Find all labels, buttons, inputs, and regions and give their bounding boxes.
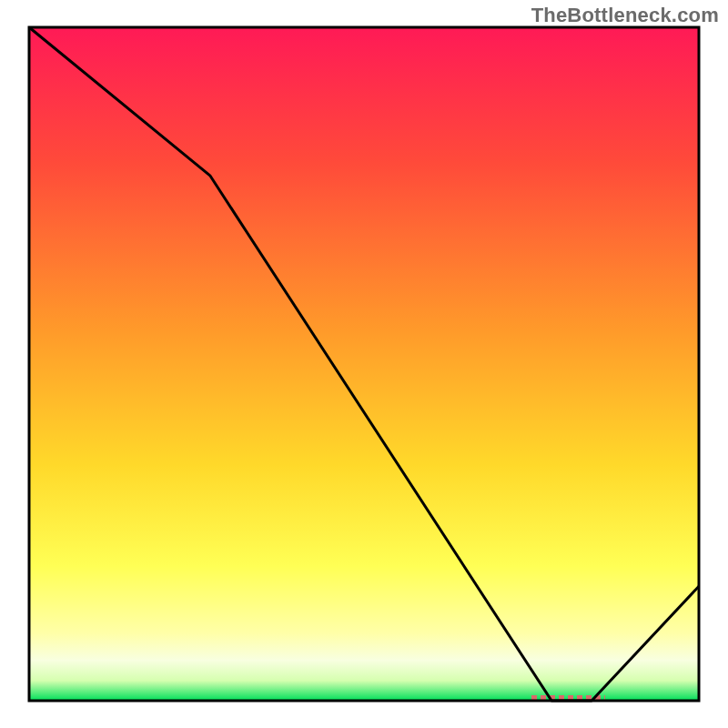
bottleneck-chart [0, 0, 728, 728]
gradient-bg [29, 27, 699, 701]
chart-container: TheBottleneck.com [0, 0, 728, 728]
